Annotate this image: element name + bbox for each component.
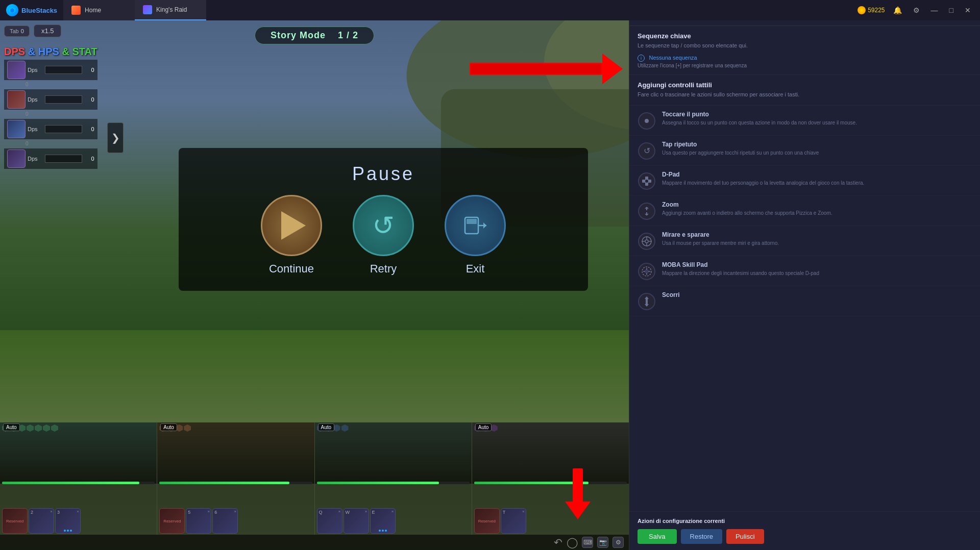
exit-label: Exit <box>466 262 485 276</box>
control-zoom[interactable]: Zoom Aggiungi zoom avanti o indietro all… <box>629 196 980 226</box>
skill-slot-3[interactable]: 3 × <box>55 508 81 534</box>
toccare-info: Toccare il punto Assegna il tocco su un … <box>662 111 972 127</box>
skill-slot-5[interactable]: 5 × <box>186 508 211 534</box>
tap-name: Tap ripetuto <box>662 141 972 148</box>
score-value: 0 <box>21 28 24 34</box>
story-mode-header: Story Mode 1 / 2 <box>255 27 374 44</box>
tap-ripetuto-icon: ↺ <box>638 142 656 160</box>
skill-slot-t[interactable]: T × <box>501 508 526 534</box>
char-portrait-3 <box>315 422 472 484</box>
clear-button[interactable]: Pulisci <box>726 529 764 544</box>
panel-toggle[interactable]: ❯ <box>107 122 124 153</box>
save-button[interactable]: Salva <box>638 529 677 544</box>
exit-icon-circle <box>445 195 506 256</box>
control-scorri[interactable]: Scorri <box>629 286 980 316</box>
char-portrait-2 <box>157 422 314 484</box>
top-controls: Tab 0 x1.5 <box>4 24 61 37</box>
camera-icon[interactable]: 📷 <box>597 537 608 548</box>
home-tab-icon <box>71 6 81 15</box>
hp-fill-1 <box>2 482 139 484</box>
control-moba[interactable]: MOBA Skill Pad Mappare la direzione degl… <box>629 256 980 286</box>
hex-cell <box>43 424 50 432</box>
minimize-btn[interactable]: — <box>928 5 941 15</box>
footer-title: Azioni di configurazione correnti <box>638 518 972 524</box>
close-btn[interactable]: ✕ <box>962 5 974 15</box>
maximize-btn[interactable]: □ <box>946 5 957 15</box>
sequence-hint: Utilizzare l'icona [+] per registrare un… <box>638 63 972 68</box>
red-arrow-annotation <box>459 48 623 89</box>
dps-bar-1 <box>45 66 82 74</box>
retry-button[interactable]: ↻ Retry <box>353 195 414 276</box>
char-slot-2: Auto Reserved 5 × 6 × <box>157 422 314 535</box>
pause-buttons: Continue ↻ Retry <box>261 195 506 276</box>
scorri-circle <box>638 293 655 310</box>
svg-rect-6 <box>470 63 602 75</box>
hex-grid-2 <box>157 422 314 434</box>
hp-bar-2 <box>159 482 312 484</box>
skill-reserved-1[interactable]: Reserved <box>2 508 28 534</box>
scorri-info: Scorri <box>662 291 972 300</box>
skill-slot-w[interactable]: W × <box>344 508 369 534</box>
control-toccare[interactable]: Toccare il punto Assegna il tocco su un … <box>629 106 980 136</box>
hex-grid-1 <box>0 422 157 434</box>
skill-slot-e[interactable]: E × <box>370 508 396 534</box>
skill-slot-2[interactable]: 2 × <box>29 508 54 534</box>
dps-bar-4 <box>45 155 82 163</box>
dps-panel: DPS & HPS & STAT Dps 0 0 Dps 0 <box>4 46 97 168</box>
continue-button[interactable]: Continue <box>261 195 322 276</box>
home-nav[interactable]: ◯ <box>567 536 578 548</box>
character-panel: Auto Reserved 2 × 3 × <box>0 422 629 535</box>
coin-amount: 59225 <box>868 7 885 14</box>
speed-button[interactable]: x1.5 <box>34 24 62 37</box>
skill-reserved-4[interactable]: Reserved <box>159 508 185 534</box>
dps-bar-2 <box>45 95 82 104</box>
exit-icon <box>461 211 489 240</box>
home-tab-label: Home <box>85 7 101 14</box>
zoom-info: Zoom Aggiungi zoom avanti o indietro all… <box>662 201 972 217</box>
retry-icon: ↻ <box>372 210 395 241</box>
moba-icon <box>638 262 656 281</box>
skill-slot-q[interactable]: Q × <box>317 508 342 534</box>
mirare-circle <box>638 233 655 250</box>
auto-badge-2: Auto <box>160 423 177 431</box>
home-tab[interactable]: Home <box>63 0 135 20</box>
auto-badge-3: Auto <box>318 423 335 431</box>
auto-badge-4: Auto <box>475 423 492 431</box>
char-slot-3: Auto Q × W × E × <box>315 422 472 535</box>
svg-marker-38 <box>645 296 649 299</box>
dps-bar-3 <box>45 125 82 133</box>
skill-slot-6[interactable]: 6 × <box>212 508 238 534</box>
hp-bar-4 <box>474 482 627 484</box>
game-tab[interactable]: King's Raid <box>135 0 206 20</box>
notification-btn[interactable]: 🔔 <box>890 5 905 15</box>
tab-button[interactable]: Tab 0 <box>4 26 30 37</box>
keyboard-icon[interactable]: ⌨ <box>582 537 593 548</box>
tap-ripetuto-info: Tap ripetuto Usa questo per aggiungere t… <box>662 141 972 157</box>
back-nav[interactable]: ↶ <box>554 536 562 548</box>
exit-button[interactable]: Exit <box>445 195 506 276</box>
dps-list: Dps 0 0 Dps 0 0 Dps 0 0 <box>4 60 97 169</box>
control-tap-ripetuto[interactable]: ↺ Tap ripetuto Usa questo per aggiungere… <box>629 136 980 166</box>
repeat-symbol: ↺ <box>644 146 650 156</box>
bluestacks-icon <box>6 4 18 16</box>
zoom-icon <box>638 202 656 220</box>
restore-button[interactable]: Restore <box>681 529 723 544</box>
coin-display: 59225 <box>857 6 885 14</box>
play-icon <box>281 211 306 240</box>
settings-btn[interactable]: ⚙ <box>910 5 923 15</box>
skill-slots-4: Reserved T × <box>473 507 628 535</box>
dps-sub-3: 0 <box>26 138 97 147</box>
toccare-icon <box>638 112 656 130</box>
continue-label: Continue <box>269 262 314 276</box>
control-dpad[interactable]: D-Pad Mappare il movimento del tuo perso… <box>629 166 980 196</box>
settings-icon[interactable]: ⚙ <box>612 537 624 548</box>
moba-desc: Mappare la direzione degli incantesimi u… <box>662 270 972 277</box>
dps-row: Dps 0 <box>4 89 97 110</box>
sequence-status: i Nessuna sequenza <box>638 53 972 62</box>
dpad-name: D-Pad <box>662 171 972 178</box>
char-portrait-4 <box>472 422 629 484</box>
skill-reserved-r[interactable]: Reserved <box>474 508 500 534</box>
moba-circle <box>638 263 655 280</box>
hex-cell <box>35 424 42 432</box>
control-mirare[interactable]: Mirare e sparare Usa il mouse per sparar… <box>629 226 980 256</box>
